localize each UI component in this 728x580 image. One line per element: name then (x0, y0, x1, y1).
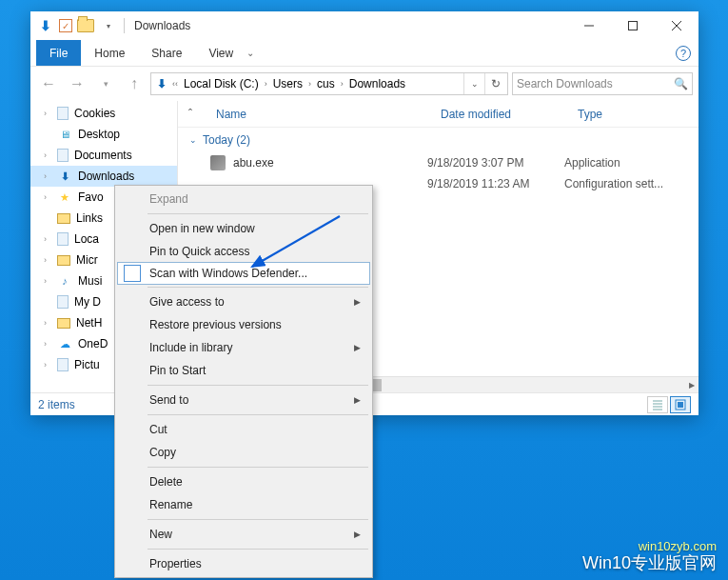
crumb-1[interactable]: Users (269, 77, 306, 90)
search-icon[interactable]: 🔍 (674, 77, 688, 90)
file-date: 9/18/2019 3:07 PM (427, 156, 564, 170)
close-button[interactable] (655, 11, 698, 40)
expand-icon[interactable]: › (44, 109, 47, 118)
back-button[interactable]: ← (36, 71, 61, 96)
maximize-button[interactable] (611, 11, 655, 40)
menu-item-open-in-new-window[interactable]: Open in new window (117, 217, 370, 240)
menu-item-give-access-to[interactable]: Give access to▶ (117, 290, 370, 313)
expand-icon[interactable]: › (44, 150, 47, 160)
refresh-icon[interactable]: ↻ (484, 73, 505, 94)
expand-icon[interactable]: › (44, 360, 47, 370)
address-bar[interactable]: ⬇ ‹‹ Local Disk (C:) › Users › cus › Dow… (150, 72, 508, 95)
menu-item-label: Copy (149, 446, 176, 459)
sidebar-item-label: Micr (76, 253, 98, 267)
large-icons-view-button[interactable] (670, 396, 691, 413)
sidebar-item-desktop[interactable]: 🖥Desktop (30, 124, 177, 145)
crumb-3[interactable]: Downloads (345, 77, 409, 90)
expand-icon[interactable]: › (44, 339, 47, 349)
menu-item-label: Scan with Windows Defender... (149, 267, 307, 280)
scroll-right-icon[interactable]: ▶ (685, 377, 698, 392)
menu-item-label: Properties (149, 557, 202, 570)
search-input[interactable]: Search Downloads 🔍 (512, 72, 693, 95)
file-tab[interactable]: File (36, 40, 81, 66)
qat-dropdown-icon[interactable]: ▾ (99, 16, 118, 35)
menu-item-copy[interactable]: Copy (117, 441, 370, 464)
menu-item-properties[interactable]: Properties (117, 552, 370, 575)
expand-icon[interactable]: › (44, 234, 47, 244)
menu-item-label: Open in new window (149, 222, 255, 235)
watermark-text: Win10专业版官网 (582, 551, 717, 574)
sidebar-item-label: My D (74, 295, 101, 309)
music-icon: ♪ (57, 273, 72, 289)
column-type[interactable]: Type (564, 108, 698, 121)
menu-item-pin-to-quick-access[interactable]: Pin to Quick access (117, 240, 370, 263)
address-dropdown-icon[interactable]: ⌄ (463, 73, 484, 94)
menu-item-expand: Expand (117, 188, 370, 210)
svg-rect-9 (678, 402, 683, 408)
sidebar-item-label: Cookies (74, 107, 115, 120)
menu-item-delete[interactable]: Delete (117, 470, 370, 493)
up-button[interactable]: ↑ (122, 71, 147, 96)
qat-checkbox-icon[interactable]: ✓ (59, 19, 72, 32)
recent-locations-button[interactable]: ▾ (93, 71, 118, 96)
menu-item-label: Expand (149, 192, 188, 206)
group-header[interactable]: ⌄ Today (2) (178, 128, 698, 152)
chevron-right-icon[interactable]: › (339, 79, 345, 89)
tab-home[interactable]: Home (81, 40, 138, 66)
up-one-level-icon[interactable]: ˆ (178, 108, 203, 121)
group-label: Today (2) (203, 133, 250, 147)
menu-item-restore-previous-versions[interactable]: Restore previous versions (117, 313, 370, 336)
details-view-button[interactable] (647, 396, 668, 413)
qat-down-arrow-icon[interactable]: ⬇ (36, 16, 55, 35)
ribbon: File Home Share View ⌄ ? (30, 40, 698, 67)
crumb-0[interactable]: Local Disk (C:) (180, 77, 263, 90)
crumb-2[interactable]: cus (313, 77, 339, 90)
expand-icon[interactable]: › (44, 192, 47, 202)
sidebar-item-downloads[interactable]: ›⬇Downloads (30, 166, 177, 187)
expand-icon[interactable]: › (44, 318, 47, 328)
column-name[interactable]: Name (203, 108, 427, 121)
minimize-button[interactable] (567, 11, 611, 40)
folder-icon (57, 213, 70, 224)
onedrive-icon: ☁ (57, 336, 72, 351)
ribbon-expand-icon[interactable]: ⌄ (246, 40, 254, 66)
sidebar-item-label: Musi (78, 274, 102, 288)
tab-share[interactable]: Share (138, 40, 195, 66)
sidebar-item-label: Pictu (74, 358, 100, 371)
menu-item-pin-to-start[interactable]: Pin to Start (117, 359, 370, 382)
sidebar-item-label: Favo (78, 190, 104, 204)
menu-item-cut[interactable]: Cut (117, 418, 370, 441)
help-button[interactable]: ? (676, 40, 691, 66)
svg-rect-1 (629, 22, 638, 30)
expand-icon[interactable]: › (44, 255, 47, 265)
forward-button[interactable]: → (65, 71, 89, 96)
folder-icon (57, 318, 70, 329)
menu-item-label: Give access to (149, 295, 225, 309)
menu-item-label: Cut (149, 423, 167, 436)
menu-item-include-in-library[interactable]: Include in library▶ (117, 336, 370, 359)
sidebar-item-cookies[interactable]: ›Cookies (30, 103, 177, 124)
expand-icon[interactable]: › (44, 276, 47, 286)
sidebar-item-documents[interactable]: ›Documents (30, 145, 177, 166)
menu-separator (148, 414, 368, 415)
tab-view[interactable]: View (195, 40, 246, 66)
column-date[interactable]: Date modified (427, 108, 564, 121)
file-row[interactable]: abu.exe9/18/2019 3:07 PMApplication (178, 152, 698, 173)
menu-item-rename[interactable]: Rename (117, 493, 370, 516)
menu-item-new[interactable]: New▶ (117, 523, 370, 546)
sidebar-item-label: Desktop (78, 128, 120, 141)
chevron-left-icon[interactable]: ‹‹ (170, 79, 180, 89)
file-icon (57, 295, 69, 309)
chevron-right-icon[interactable]: › (306, 79, 313, 89)
menu-item-send-to[interactable]: Send to▶ (117, 389, 370, 411)
submenu-arrow-icon: ▶ (354, 343, 361, 352)
expand-icon[interactable]: › (44, 171, 47, 181)
chevron-right-icon[interactable]: › (263, 79, 269, 89)
star-icon: ★ (57, 190, 72, 205)
sidebar-item-label: Documents (74, 149, 132, 162)
menu-item-scan-with-windows-defender-[interactable]: Scan with Windows Defender... (117, 262, 370, 285)
sidebar-item-label: Downloads (78, 170, 134, 183)
file-type: Configuration sett... (564, 177, 698, 190)
menu-item-label: New (149, 528, 172, 541)
download-icon: ⬇ (57, 169, 72, 184)
